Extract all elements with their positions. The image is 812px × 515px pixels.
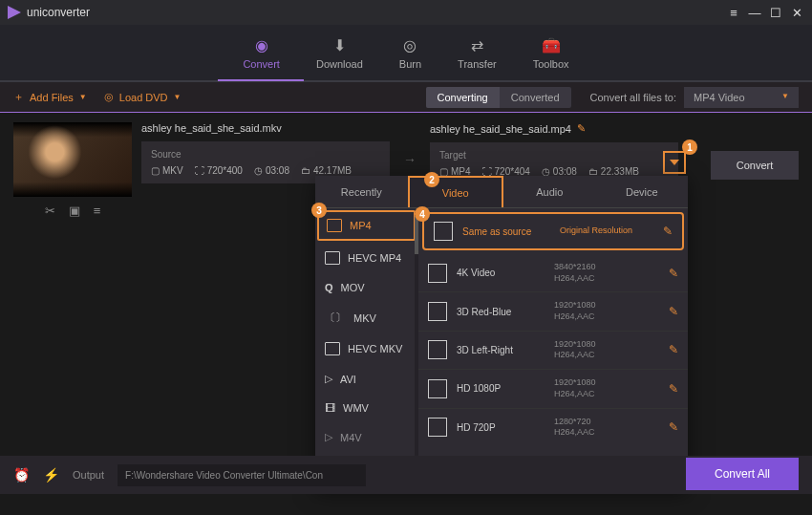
- tab-download[interactable]: ⬇ Download: [316, 35, 363, 70]
- convert-button[interactable]: Convert: [711, 151, 799, 180]
- plus-icon: ＋: [13, 90, 24, 104]
- popup-tab-recently[interactable]: Recently: [315, 176, 408, 207]
- burn-icon: ◎: [400, 35, 419, 54]
- clock-icon[interactable]: ⏰: [13, 467, 30, 483]
- film-icon: [325, 251, 340, 265]
- target-format-dropdown[interactable]: [663, 151, 686, 174]
- load-dvd-button[interactable]: ◎ Load DVD ▼: [104, 91, 182, 103]
- window-maximize-button[interactable]: ☐: [768, 6, 783, 20]
- preset-hd1080[interactable]: HD 1080P 1920*1080 H264,AAC ✎: [418, 370, 688, 408]
- resolution: ⛶720*400: [195, 165, 243, 176]
- app-logo: [8, 6, 21, 19]
- preset-list: Same as source Original Resolution ✎ 4K …: [418, 208, 688, 461]
- tab-transfer[interactable]: ⇄ Transfer: [458, 35, 497, 70]
- titlebar: uniconverter ≡ — ☐ ✕: [0, 0, 812, 25]
- trim-icon[interactable]: ✂: [45, 204, 55, 218]
- format-badge: ▢MKV: [151, 165, 183, 176]
- preset-4k[interactable]: 4K Video 3840*2160 H264,AAC ✎: [418, 254, 688, 292]
- tab-convert[interactable]: ◉ Convert: [243, 35, 280, 70]
- edit-preset-icon[interactable]: ✎: [669, 382, 678, 396]
- popup-tab-device[interactable]: Device: [596, 176, 689, 207]
- edit-preset-icon[interactable]: ✎: [669, 343, 678, 356]
- target-filename: ashley he_said_she_said.mp4 ✎: [430, 122, 678, 135]
- format-mp4[interactable]: MP4: [317, 210, 416, 241]
- source-filename: ashley he_said_she_said.mkv: [141, 122, 390, 134]
- tab-burn[interactable]: ◎ Burn: [399, 35, 421, 70]
- preset-icon: [428, 302, 447, 321]
- effects-icon[interactable]: ≡: [94, 204, 101, 218]
- preset-icon: [428, 379, 447, 398]
- preset-icon: [428, 418, 447, 437]
- callout-badge-1: 1: [682, 139, 697, 155]
- format-wmv[interactable]: 🎞WMV: [315, 394, 417, 422]
- edit-preset-icon[interactable]: ✎: [669, 267, 678, 280]
- callout-badge-4: 4: [415, 206, 430, 222]
- film-icon: [327, 219, 342, 232]
- video-thumbnail[interactable]: [13, 122, 132, 197]
- tab-toolbox[interactable]: 🧰 Toolbox: [533, 35, 569, 70]
- format-hevc-mp4[interactable]: HEVC MP4: [315, 243, 417, 273]
- arrow-icon: →: [403, 152, 417, 167]
- seg-converted[interactable]: Converted: [500, 87, 571, 108]
- convert-all-label: Convert all files to:: [590, 92, 676, 103]
- preset-hd720[interactable]: HD 720P 1280*720 H264,AAC ✎: [418, 409, 688, 446]
- window-menu-button[interactable]: ≡: [726, 6, 741, 20]
- convert-all-button[interactable]: Convert All: [686, 458, 799, 490]
- callout-badge-2: 2: [424, 172, 439, 187]
- crop-icon[interactable]: ▣: [69, 204, 80, 218]
- chevron-down-icon: ▼: [781, 92, 789, 103]
- seg-converting[interactable]: Converting: [426, 87, 500, 108]
- scrollbar[interactable]: [415, 212, 418, 459]
- format-list: MP4 HEVC MP4 QMOV 〔〕MKV HEVC MKV ▷AVI 🎞W…: [315, 208, 418, 461]
- toolbox-icon: 🧰: [542, 35, 561, 54]
- chevron-down-icon: ▼: [79, 93, 87, 101]
- callout-badge-3: 3: [311, 203, 327, 218]
- transfer-icon: ⇄: [467, 35, 486, 54]
- format-avi[interactable]: ▷AVI: [315, 364, 417, 394]
- format-popup: Recently Video Audio Device MP4 HEVC MP4…: [315, 176, 688, 489]
- format-hevc-mkv[interactable]: HEVC MKV: [315, 333, 417, 364]
- popup-tab-audio[interactable]: Audio: [503, 176, 596, 207]
- edit-name-icon[interactable]: ✎: [577, 122, 586, 135]
- edit-preset-icon[interactable]: ✎: [669, 305, 678, 318]
- film-icon: [325, 342, 340, 355]
- add-files-button[interactable]: ＋ Add Files ▼: [13, 90, 87, 104]
- preset-icon: [434, 222, 453, 241]
- preset-icon: [428, 340, 447, 359]
- edit-preset-icon[interactable]: ✎: [669, 420, 678, 434]
- app-title: uniconverter: [27, 6, 90, 19]
- output-path-field[interactable]: F:\Wondershare Video Converter Ultimate\…: [118, 464, 366, 486]
- power-icon[interactable]: ⚡: [43, 467, 59, 483]
- format-mkv[interactable]: 〔〕MKV: [315, 302, 417, 333]
- popup-tab-video[interactable]: Video: [408, 176, 504, 207]
- preset-3d-redblue[interactable]: 3D Red-Blue 1920*1080 H264,AAC ✎: [418, 292, 688, 331]
- preset-same-as-source[interactable]: Same as source Original Resolution ✎: [422, 212, 684, 250]
- download-icon: ⬇: [330, 35, 349, 54]
- disc-icon: ◎: [104, 91, 114, 103]
- preset-3d-leftright[interactable]: 3D Left-Right 1920*1080 H264,AAC ✎: [418, 332, 688, 370]
- format-m4v[interactable]: ▷M4V: [315, 422, 417, 452]
- main-tabs: ◉ Convert ⬇ Download ◎ Burn ⇄ Transfer 🧰…: [0, 25, 812, 82]
- tab-underline: [218, 79, 304, 81]
- format-mov[interactable]: QMOV: [315, 273, 417, 302]
- preset-icon: [428, 264, 447, 283]
- window-close-button[interactable]: ✕: [789, 6, 804, 20]
- output-label: Output: [73, 469, 104, 481]
- edit-preset-icon[interactable]: ✎: [663, 225, 673, 238]
- chevron-down-icon: [670, 160, 679, 165]
- duration: ◷03:08: [254, 165, 289, 176]
- toolbar: ＋ Add Files ▼ ◎ Load DVD ▼ Converting Co…: [0, 82, 812, 113]
- status-segment: Converting Converted: [426, 87, 571, 108]
- convert-all-format-select[interactable]: MP4 Video ▼: [684, 87, 799, 108]
- filesize: 🗀42.17MB: [301, 165, 352, 176]
- window-minimize-button[interactable]: —: [747, 6, 762, 20]
- scrollbar-thumb[interactable]: [415, 216, 418, 254]
- chevron-down-icon: ▼: [174, 93, 182, 101]
- convert-icon: ◉: [252, 35, 271, 54]
